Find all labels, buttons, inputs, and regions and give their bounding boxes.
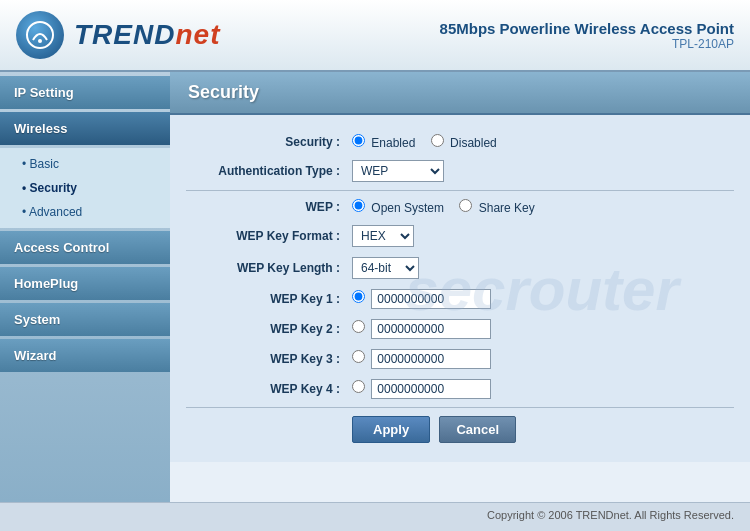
wep-key1-radio[interactable] bbox=[352, 290, 365, 303]
brand-name: TRENDnet bbox=[74, 19, 220, 51]
wep-share-radio[interactable] bbox=[459, 199, 472, 212]
wep-key4-label: WEP Key 4 : bbox=[186, 374, 346, 404]
brand-prefix: TREND bbox=[74, 19, 175, 50]
sidebar-item-wireless[interactable]: Wireless bbox=[0, 112, 170, 145]
wep-key-format-select[interactable]: HEX ASCII bbox=[352, 225, 414, 247]
auth-type-value: WEP WPA-PSK WPA2-PSK bbox=[346, 155, 734, 187]
divider-line-2 bbox=[186, 407, 734, 408]
sidebar-item-access-control[interactable]: Access Control bbox=[0, 231, 170, 264]
security-enabled-radio[interactable] bbox=[352, 134, 365, 147]
wep-key3-value bbox=[346, 344, 734, 374]
cancel-button[interactable]: Cancel bbox=[439, 416, 516, 443]
wep-key-length-row: WEP Key Length : 64-bit 128-bit bbox=[186, 252, 734, 284]
wep-key3-label: WEP Key 3 : bbox=[186, 344, 346, 374]
divider-line-1 bbox=[186, 190, 734, 191]
content-body: secrouter Security : Enabled Disabled bbox=[170, 115, 750, 462]
logo-area: TRENDnet bbox=[16, 11, 220, 59]
wep-key4-input[interactable] bbox=[371, 379, 491, 399]
sidebar-item-security[interactable]: Security bbox=[0, 176, 170, 200]
page-title: Security bbox=[170, 72, 750, 115]
wep-key2-radio[interactable] bbox=[352, 320, 365, 333]
wireless-submenu: Basic Security Advanced bbox=[0, 148, 170, 228]
wep-open-radio[interactable] bbox=[352, 199, 365, 212]
wep-row: WEP : Open System Share Key bbox=[186, 194, 734, 220]
main-layout: IP Setting Wireless Basic Security Advan… bbox=[0, 72, 750, 502]
content-area: Security secrouter Security : Enabled bbox=[170, 72, 750, 502]
divider-row-2 bbox=[186, 404, 734, 411]
sidebar-item-wizard[interactable]: Wizard bbox=[0, 339, 170, 372]
brand-suffix: net bbox=[175, 19, 220, 50]
device-info: 85Mbps Powerline Wireless Access Point T… bbox=[440, 20, 734, 51]
sidebar: IP Setting Wireless Basic Security Advan… bbox=[0, 72, 170, 502]
wep-key4-radio[interactable] bbox=[352, 380, 365, 393]
security-row: Security : Enabled Disabled bbox=[186, 129, 734, 155]
divider-row-1 bbox=[186, 187, 734, 194]
wep-key-length-value: 64-bit 128-bit bbox=[346, 252, 734, 284]
wep-key2-label: WEP Key 2 : bbox=[186, 314, 346, 344]
button-label-spacer bbox=[186, 411, 346, 448]
wep-key1-row: WEP Key 1 : bbox=[186, 284, 734, 314]
button-row: Apply Cancel bbox=[186, 411, 734, 448]
sidebar-item-ip-setting[interactable]: IP Setting bbox=[0, 76, 170, 109]
security-label: Security : bbox=[186, 129, 346, 155]
security-disabled-label[interactable]: Disabled bbox=[431, 136, 497, 150]
sidebar-item-system[interactable]: System bbox=[0, 303, 170, 336]
wep-section: secrouter Security : Enabled Disabled bbox=[186, 129, 734, 448]
security-enabled-label[interactable]: Enabled bbox=[352, 136, 419, 150]
wep-key2-row: WEP Key 2 : bbox=[186, 314, 734, 344]
wep-key3-input[interactable] bbox=[371, 349, 491, 369]
wep-value: Open System Share Key bbox=[346, 194, 734, 220]
wep-key3-radio[interactable] bbox=[352, 350, 365, 363]
footer: Copyright © 2006 TRENDnet. All Rights Re… bbox=[0, 502, 750, 531]
security-form: Security : Enabled Disabled bbox=[186, 129, 734, 448]
security-value: Enabled Disabled bbox=[346, 129, 734, 155]
svg-point-1 bbox=[38, 39, 42, 43]
wep-key3-row: WEP Key 3 : bbox=[186, 344, 734, 374]
wep-key4-row: WEP Key 4 : bbox=[186, 374, 734, 404]
wep-key-format-label: WEP Key Format : bbox=[186, 220, 346, 252]
device-title: 85Mbps Powerline Wireless Access Point bbox=[440, 20, 734, 37]
auth-type-row: Authentication Type : WEP WPA-PSK WPA2-P… bbox=[186, 155, 734, 187]
apply-button[interactable]: Apply bbox=[352, 416, 430, 443]
wep-label: WEP : bbox=[186, 194, 346, 220]
wep-key-format-row: WEP Key Format : HEX ASCII bbox=[186, 220, 734, 252]
wep-key1-label: WEP Key 1 : bbox=[186, 284, 346, 314]
sidebar-item-homeplug[interactable]: HomePlug bbox=[0, 267, 170, 300]
wep-key1-input[interactable] bbox=[371, 289, 491, 309]
logo-icon bbox=[16, 11, 64, 59]
auth-type-label: Authentication Type : bbox=[186, 155, 346, 187]
auth-type-select[interactable]: WEP WPA-PSK WPA2-PSK bbox=[352, 160, 444, 182]
wep-key4-value bbox=[346, 374, 734, 404]
wep-key-length-label: WEP Key Length : bbox=[186, 252, 346, 284]
wep-key-format-value: HEX ASCII bbox=[346, 220, 734, 252]
device-model: TPL-210AP bbox=[440, 37, 734, 51]
wep-open-label[interactable]: Open System bbox=[352, 201, 447, 215]
wep-key2-input[interactable] bbox=[371, 319, 491, 339]
header: TRENDnet 85Mbps Powerline Wireless Acces… bbox=[0, 0, 750, 72]
button-area: Apply Cancel bbox=[346, 411, 734, 448]
footer-text: Copyright © 2006 TRENDnet. All Rights Re… bbox=[487, 509, 734, 521]
wep-key1-value bbox=[346, 284, 734, 314]
wep-key2-value bbox=[346, 314, 734, 344]
sidebar-item-advanced[interactable]: Advanced bbox=[0, 200, 170, 224]
security-disabled-radio[interactable] bbox=[431, 134, 444, 147]
sidebar-item-basic[interactable]: Basic bbox=[0, 152, 170, 176]
wep-share-label[interactable]: Share Key bbox=[459, 201, 534, 215]
wep-key-length-select[interactable]: 64-bit 128-bit bbox=[352, 257, 419, 279]
